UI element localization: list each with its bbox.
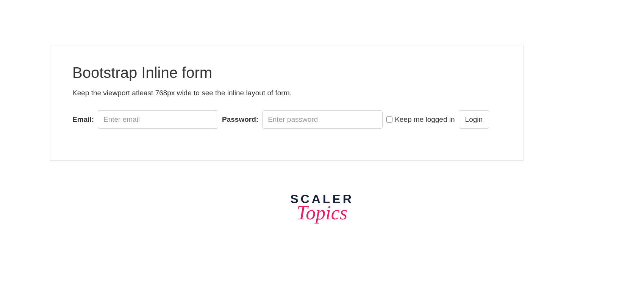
remember-checkbox-group: Keep me logged in [386,115,455,124]
remember-checkbox[interactable] [386,116,392,123]
login-button[interactable]: Login [459,110,489,129]
password-input[interactable] [262,110,383,129]
page-title: Bootstrap Inline form [72,64,501,81]
password-label: Password: [222,115,258,124]
inline-form: Email: Password: Keep me logged in Login [72,110,501,129]
remember-label: Keep me logged in [395,115,455,124]
brand-logo: SCALER Topics [290,193,354,222]
logo-text-sub: Topics [290,204,354,222]
form-panel: Bootstrap Inline form Keep the viewport … [50,45,524,161]
page-subtitle: Keep the viewport atleast 768px wide to … [72,88,501,98]
email-label: Email: [72,115,94,124]
email-input[interactable] [98,110,218,129]
